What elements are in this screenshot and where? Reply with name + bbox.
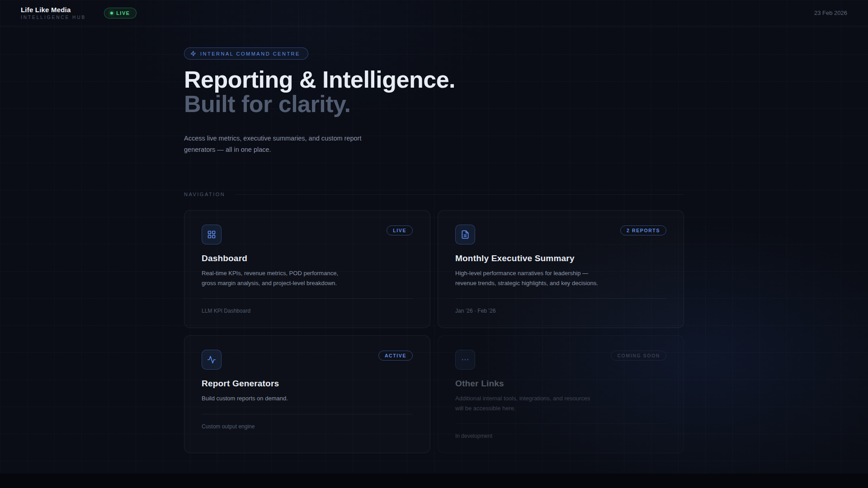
navigation-cards-grid: LIVE Dashboard Real-time KPIs, revenue m… [184, 210, 684, 453]
card-footer-label: Jan ’26 · Feb ’26 [455, 308, 666, 314]
page-subtitle-line1: Access live metrics, executive summaries… [184, 133, 684, 144]
card-description: Build custom reports on demand. [202, 394, 413, 404]
card-footer-label: In development [455, 433, 666, 439]
card-description: Real-time KPIs, revenue metrics, POD per… [202, 268, 413, 288]
command-centre-label: INTERNAL COMMAND CENTRE [200, 51, 300, 56]
activity-icon [202, 350, 222, 370]
brand: Life Like Media INTELLIGENCE HUB [21, 6, 86, 20]
card-top-row: 2 REPORTS [455, 225, 666, 244]
ellipsis-icon [455, 350, 475, 370]
navigation-label: NAVIGATION [184, 192, 225, 197]
command-centre-badge: INTERNAL COMMAND CENTRE [184, 47, 308, 60]
card-description-line: revenue trends, strategic highlights, an… [455, 278, 666, 288]
status-badge: ACTIVE [378, 351, 413, 361]
footer-bar [0, 474, 868, 488]
grid-icon [202, 225, 222, 244]
status-badge: COMING SOON [611, 351, 666, 361]
brand-subtitle: INTELLIGENCE HUB [21, 15, 86, 20]
live-status-badge: LIVE [104, 8, 136, 19]
card-description-line: Build custom reports on demand. [202, 394, 413, 404]
card-divider [455, 298, 666, 299]
card-divider [202, 298, 413, 299]
card-other-links: COMING SOON Other Links Additional inter… [438, 335, 684, 453]
card-top-row: ACTIVE [202, 350, 413, 370]
navigation-divider-line [235, 194, 684, 195]
card-description-line: gross margin analysis, and project-level… [202, 278, 413, 288]
card-dashboard[interactable]: LIVE Dashboard Real-time KPIs, revenue m… [184, 210, 430, 328]
card-divider [455, 423, 666, 424]
navigation-section-header: NAVIGATION [184, 192, 684, 197]
status-badge: LIVE [387, 225, 413, 235]
brand-name: Life Like Media [21, 6, 86, 14]
card-description-line: Real-time KPIs, revenue metrics, POD per… [202, 268, 413, 278]
card-footer-label: Custom output engine [202, 423, 413, 430]
page-title-line1: Reporting & Intelligence. [184, 67, 684, 92]
card-footer-label: LLM KPI Dashboard [202, 308, 413, 314]
card-report-generators[interactable]: ACTIVE Report Generators Build custom re… [184, 335, 430, 453]
card-title: Report Generators [202, 379, 413, 389]
status-badge: 2 REPORTS [620, 225, 666, 235]
page-title: Reporting & Intelligence. Built for clar… [184, 67, 684, 116]
document-icon [455, 225, 475, 244]
card-description: High-level performance narratives for le… [455, 268, 666, 288]
card-divider [202, 414, 413, 414]
card-monthly-executive-summary[interactable]: 2 REPORTS Monthly Executive Summary High… [438, 210, 684, 328]
card-title: Other Links [455, 379, 666, 389]
card-top-row: COMING SOON [455, 350, 666, 370]
header-date: 23 Feb 2026 [814, 9, 847, 16]
page-subtitle-line2: generators — all in one place. [184, 144, 684, 155]
page-subtitle: Access live metrics, executive summaries… [184, 133, 684, 155]
card-title: Monthly Executive Summary [455, 253, 666, 263]
card-description-line: Additional internal tools, integrations,… [455, 394, 666, 404]
card-title: Dashboard [202, 253, 413, 263]
live-dot-icon [110, 12, 113, 14]
card-description: Additional internal tools, integrations,… [455, 394, 666, 413]
top-header: Life Like Media INTELLIGENCE HUB LIVE 23… [0, 0, 868, 26]
page-title-line2: Built for clarity. [184, 92, 684, 116]
live-badge-label: LIVE [116, 10, 130, 16]
card-description-line: will be accessible here. [455, 404, 666, 413]
zap-icon [190, 51, 196, 56]
card-description-line: High-level performance narratives for le… [455, 268, 666, 278]
card-top-row: LIVE [202, 225, 413, 244]
main-content: INTERNAL COMMAND CENTRE Reporting & Inte… [184, 26, 684, 453]
